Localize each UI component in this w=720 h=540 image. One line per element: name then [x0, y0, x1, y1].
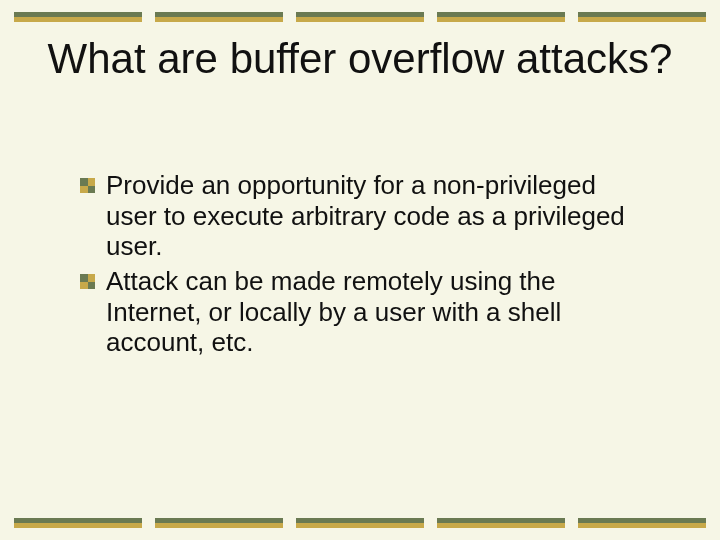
stripe-segment	[578, 12, 706, 22]
top-decorative-stripe	[0, 12, 720, 22]
stripe-segment	[437, 518, 565, 528]
slide: What are buffer overflow attacks? Provid…	[0, 0, 720, 540]
bullet-icon	[80, 178, 95, 193]
stripe-segment	[155, 12, 283, 22]
bullet-item: Attack can be made remotely using the In…	[80, 266, 640, 358]
stripe-segment	[437, 12, 565, 22]
slide-title: What are buffer overflow attacks?	[0, 36, 720, 82]
stripe-segment	[14, 12, 142, 22]
bullet-item: Provide an opportunity for a non-privile…	[80, 170, 640, 262]
bullet-text: Attack can be made remotely using the In…	[106, 266, 561, 357]
stripe-segment	[578, 518, 706, 528]
bullet-icon	[80, 274, 95, 289]
bullet-text: Provide an opportunity for a non-privile…	[106, 170, 625, 261]
stripe-segment	[155, 518, 283, 528]
stripe-segment	[14, 518, 142, 528]
bottom-decorative-stripe	[0, 518, 720, 528]
stripe-segment	[296, 518, 424, 528]
stripe-segment	[296, 12, 424, 22]
slide-body: Provide an opportunity for a non-privile…	[80, 170, 640, 362]
